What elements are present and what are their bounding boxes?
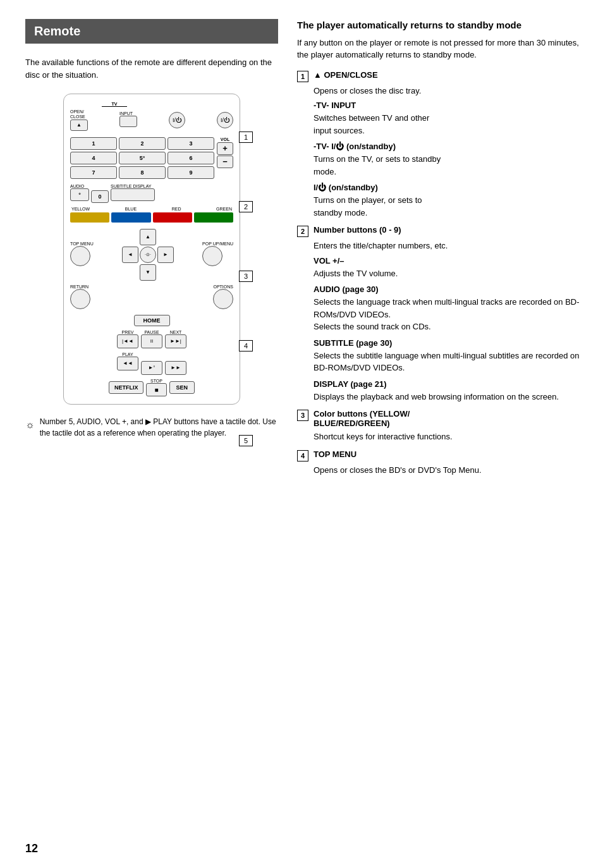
item-1-num: 1 bbox=[297, 71, 308, 82]
item-1-sub-tv-standby: -TV- I/⏻ (on/standby) Turns on the TV, o… bbox=[297, 142, 584, 178]
tip-icon: ☼ bbox=[25, 417, 35, 439]
item-3-desc: Shortcut keys for interactive functions. bbox=[314, 431, 584, 443]
item-2-section: 2 Number buttons (0 - 9) Enters the titl… bbox=[297, 225, 584, 403]
page-number: 12 bbox=[25, 842, 38, 855]
item-2-sub-vol: VOL +/– Adjusts the TV volume. bbox=[297, 256, 584, 280]
sen-btn[interactable]: SEN bbox=[169, 381, 195, 394]
callout-3: 3 bbox=[239, 271, 253, 282]
item-2-desc: Enters the title/chapter numbers, etc. bbox=[314, 240, 584, 252]
tv-power-btn[interactable]: I/⏻ bbox=[217, 112, 233, 128]
num-1-btn[interactable]: 1 bbox=[70, 137, 117, 150]
nav-left-btn[interactable]: ◄ bbox=[122, 247, 138, 263]
item-4-desc: Opens or closes the BD's or DVD's Top Me… bbox=[314, 464, 584, 477]
callout-2: 2 bbox=[239, 201, 253, 212]
item-1-sub-standby: I/⏻ (on/standby) Turns on the player, or… bbox=[297, 183, 584, 219]
item-2-sub-audio: AUDIO (page 30) Selects the language tra… bbox=[297, 284, 584, 333]
open-close-label: OPEN/CLOSE bbox=[70, 109, 88, 119]
section-title: Remote bbox=[25, 19, 278, 44]
item-1-desc: Opens or closes the disc tray. bbox=[314, 85, 584, 97]
options-btn-label: OPTIONS bbox=[213, 284, 233, 289]
item-2-num: 2 bbox=[297, 226, 308, 237]
netflix-btn[interactable]: NETFLIX bbox=[109, 381, 144, 394]
stop-label: STOP bbox=[146, 379, 166, 383]
item-3-num: 3 bbox=[297, 410, 308, 421]
nav-up-btn[interactable]: ▲ bbox=[140, 229, 156, 245]
audio-label: AUDIO bbox=[70, 184, 89, 188]
pause-btn[interactable]: II bbox=[141, 334, 162, 348]
standby-heading: The player automatically returns to stan… bbox=[297, 19, 584, 32]
item-2-sub-subtitle: SUBTITLE (page 30) Selects the subtitle … bbox=[297, 338, 584, 374]
vol-plus-btn[interactable]: + bbox=[217, 142, 233, 155]
num-7-btn[interactable]: 7 bbox=[70, 166, 117, 179]
vol-minus-btn[interactable]: − bbox=[217, 156, 233, 168]
return-btn[interactable] bbox=[70, 289, 90, 309]
num-8-btn[interactable]: 8 bbox=[119, 166, 166, 179]
nav-right-btn[interactable]: ► bbox=[157, 247, 174, 263]
item-3-heading: Color buttons (YELLOW/BLUE/RED/GREEN) bbox=[314, 409, 410, 428]
num-0-btn[interactable]: 0 bbox=[91, 190, 109, 203]
callout-4: 4 bbox=[239, 340, 253, 351]
yellow-label: YELLOW bbox=[71, 207, 90, 211]
subtitle-display-label: SUBTITLE DISPLAY bbox=[111, 184, 155, 188]
play-label: PLAY bbox=[117, 352, 138, 357]
next-label: NEXT bbox=[165, 330, 186, 334]
nav-center-btn[interactable]: ·⊙· bbox=[140, 247, 156, 263]
intro-text: The available functions of the remote ar… bbox=[25, 56, 278, 81]
green-btn[interactable] bbox=[194, 212, 233, 223]
item-4-heading: TOP MENU bbox=[314, 449, 356, 459]
input-btn[interactable] bbox=[119, 116, 137, 127]
subtitle-display-btn[interactable] bbox=[111, 188, 155, 201]
num-5-btn[interactable]: 5° bbox=[119, 152, 166, 164]
standby-text: If any button on the player or remote is… bbox=[297, 37, 584, 61]
item-1-section: 1 ▲ OPEN/CLOSE Opens or closes the disc … bbox=[297, 70, 584, 219]
item-1-heading: ▲ OPEN/CLOSE bbox=[314, 70, 378, 80]
red-btn[interactable] bbox=[153, 212, 192, 223]
return-btn-label: RETURN bbox=[70, 284, 90, 289]
callout-5: 5 bbox=[239, 435, 253, 446]
play-rev-btn[interactable]: ◄◄ bbox=[117, 357, 138, 370]
home-btn[interactable]: HOME bbox=[134, 315, 170, 326]
pop-up-menu-btn-label: POP UP/MENU bbox=[202, 241, 233, 246]
options-btn[interactable] bbox=[213, 289, 233, 309]
prev-label: PREV bbox=[117, 330, 138, 334]
vol-label: VOL bbox=[221, 137, 229, 142]
num-6-btn[interactable]: 6 bbox=[168, 152, 214, 164]
input-label: INPUT bbox=[119, 111, 137, 116]
callout-1: 1 bbox=[239, 131, 253, 143]
remote-diagram: TV OPEN/CLOSE ▲ INPUT I/⏻ I/⏻ bbox=[63, 94, 240, 405]
play-btn[interactable]: ►° bbox=[141, 361, 162, 375]
audio-btn[interactable]: ° bbox=[70, 188, 89, 201]
stop-btn[interactable]: ■ bbox=[146, 383, 166, 396]
power-standby-btn[interactable]: I/⏻ bbox=[169, 112, 185, 128]
num-2-btn[interactable]: 2 bbox=[119, 137, 166, 150]
top-menu-btn-label: TOP MENU bbox=[70, 241, 94, 246]
play-fwd-btn[interactable]: ►► bbox=[165, 361, 186, 375]
num-3-btn[interactable]: 3 bbox=[168, 137, 214, 150]
item-1-sub-tv-input: -TV- INPUT Switches between TV and other… bbox=[297, 101, 584, 137]
num-4-btn[interactable]: 4 bbox=[70, 152, 117, 164]
green-label: GREEN bbox=[216, 207, 232, 211]
tv-label: TV bbox=[102, 102, 127, 107]
pop-up-menu-btn[interactable] bbox=[202, 246, 222, 266]
yellow-btn[interactable] bbox=[70, 212, 109, 223]
item-2-sub-display: DISPLAY (page 21) Displays the playback … bbox=[297, 379, 584, 403]
item-3-section: 3 Color buttons (YELLOW/BLUE/RED/GREEN) … bbox=[297, 409, 584, 443]
prev-btn[interactable]: |◄◄ bbox=[117, 334, 138, 348]
blue-label: BLUE bbox=[125, 207, 137, 211]
item-4-section: 4 TOP MENU Opens or closes the BD's or D… bbox=[297, 449, 584, 477]
open-close-btn[interactable]: ▲ bbox=[70, 119, 88, 131]
item-2-heading: Number buttons (0 - 9) bbox=[314, 225, 401, 235]
next-btn[interactable]: ►►| bbox=[165, 334, 186, 348]
red-label: RED bbox=[172, 207, 181, 211]
item-4-num: 4 bbox=[297, 450, 308, 462]
nav-down-btn[interactable]: ▼ bbox=[140, 264, 156, 281]
blue-btn[interactable] bbox=[111, 212, 150, 223]
num-9-btn[interactable]: 9 bbox=[168, 166, 214, 179]
top-menu-btn[interactable] bbox=[70, 246, 90, 266]
pause-label: PAUSE bbox=[141, 330, 162, 334]
